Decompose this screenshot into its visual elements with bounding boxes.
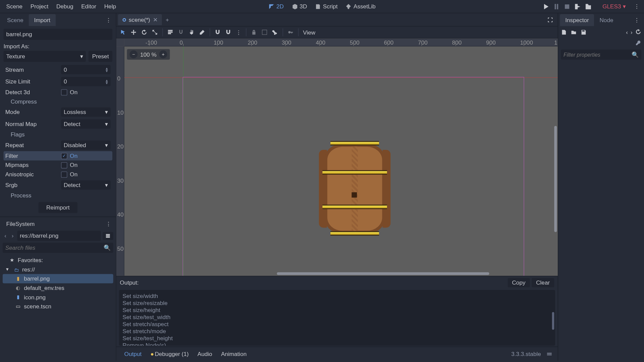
play-scene-button[interactable]: [574, 3, 581, 10]
workspace-2d-button[interactable]: 2D: [265, 1, 287, 11]
fs-path-input[interactable]: res://barrel.png: [17, 231, 101, 241]
prop-filter-checkbox[interactable]: ✓: [61, 153, 67, 159]
tab-node[interactable]: Node: [594, 14, 619, 26]
prop-sizelimit-value[interactable]: 0▴▾: [61, 77, 111, 86]
workspace-script-button[interactable]: Script: [311, 1, 341, 11]
fs-root[interactable]: ▾ 🗀 res://: [3, 265, 113, 274]
snap-options[interactable]: [225, 29, 231, 35]
canvas-viewport[interactable]: -100010020030040050060070080090010001100…: [116, 39, 558, 276]
list-select-tool[interactable]: [167, 29, 173, 35]
menu-project[interactable]: Project: [27, 1, 52, 12]
pan-tool[interactable]: [189, 29, 195, 35]
move-tool[interactable]: [130, 29, 137, 35]
fs-search-input[interactable]: [5, 244, 104, 251]
tab-import[interactable]: Import: [29, 14, 56, 26]
output-clear-button[interactable]: Clear: [532, 278, 554, 287]
inspector-options[interactable]: ⋮: [631, 15, 642, 25]
spin-arrows-icon[interactable]: ▴▾: [106, 67, 108, 72]
output-log[interactable]: Set size/width Set size/resizable Set si…: [119, 290, 555, 346]
menu-scene[interactable]: Scene: [3, 1, 26, 12]
collapse-icon[interactable]: ▾: [4, 266, 10, 272]
rotate-tool[interactable]: [141, 29, 147, 35]
tab-animation[interactable]: Animation: [217, 349, 251, 359]
spin-arrows-icon[interactable]: ▴▾: [106, 79, 108, 84]
fs-back-button[interactable]: ‹: [3, 231, 8, 241]
key-tool[interactable]: [287, 29, 293, 35]
canvas-area[interactable]: [124, 46, 558, 276]
prop-normalmap-dropdown[interactable]: Detect▾: [61, 119, 111, 129]
importer-dropdown[interactable]: Texture ▾: [4, 51, 86, 62]
reimport-button[interactable]: Reimport: [38, 202, 77, 213]
collapse-panel-button[interactable]: [544, 349, 554, 359]
prop-detect3d-checkbox[interactable]: [61, 89, 67, 95]
output-scrollbar[interactable]: [552, 312, 554, 330]
dock-options-button[interactable]: ⋮: [103, 15, 114, 25]
output-copy-button[interactable]: Copy: [507, 278, 530, 287]
history-forward-button[interactable]: ›: [631, 29, 633, 36]
tab-output[interactable]: Output: [120, 349, 146, 359]
fs-item-barrel[interactable]: ▮ barrel.png: [3, 274, 113, 284]
close-tab-button[interactable]: ✕: [153, 16, 158, 23]
object-properties-button[interactable]: [635, 40, 641, 46]
new-tab-button[interactable]: +: [162, 14, 172, 25]
prop-srgb-dropdown[interactable]: Detect▾: [61, 180, 111, 190]
load-resource-button[interactable]: [571, 29, 577, 35]
prop-repeat-dropdown[interactable]: Disabled▾: [61, 140, 111, 150]
ruler-corner: [116, 39, 124, 47]
workspace-assetlib-button[interactable]: AssetLib: [342, 1, 379, 11]
prop-anisotropic-checkbox[interactable]: [61, 171, 67, 177]
bone-tool[interactable]: [272, 29, 278, 35]
pause-button[interactable]: [553, 3, 560, 10]
history-back-button[interactable]: ‹: [626, 29, 628, 36]
view-menu[interactable]: View: [303, 29, 315, 36]
play-button[interactable]: [542, 3, 549, 10]
fs-search-field[interactable]: 🔍: [3, 243, 113, 253]
tab-inspector[interactable]: Inspector: [560, 14, 594, 26]
new-resource-button[interactable]: [561, 29, 567, 35]
editor-layout-menu[interactable]: ⋮: [632, 1, 641, 11]
lock-tool[interactable]: [251, 29, 257, 35]
tab-scene[interactable]: Scene: [2, 14, 29, 26]
prop-mipmaps-checkbox[interactable]: [61, 162, 67, 168]
prop-stream-value[interactable]: 0▴▾: [61, 65, 111, 74]
viewport-vscrollbar[interactable]: [554, 126, 557, 232]
scale-tool[interactable]: [152, 29, 158, 35]
zoom-in-button[interactable]: +: [159, 50, 167, 58]
fs-item-scene[interactable]: ▭ scene.tscn: [3, 302, 113, 311]
tab-audio[interactable]: Audio: [193, 349, 217, 359]
fs-item-env[interactable]: ◐ default_env.tres: [3, 283, 113, 293]
viewport-hscrollbar[interactable]: [277, 272, 489, 275]
history-menu-button[interactable]: [635, 29, 641, 36]
distraction-free-button[interactable]: [544, 15, 556, 24]
checkbox-state: On: [70, 171, 77, 178]
group-tool[interactable]: [261, 29, 267, 35]
play-custom-button[interactable]: [585, 3, 592, 10]
fs-item-icon[interactable]: ▮ icon.png: [3, 293, 113, 302]
fs-view-mode-button[interactable]: [103, 232, 113, 240]
ruler-tool[interactable]: [199, 29, 205, 35]
sprite-barrel[interactable]: [319, 139, 391, 238]
inspector-filter-input[interactable]: [564, 52, 632, 58]
zoom-out-button[interactable]: −: [129, 50, 138, 58]
tab-debugger[interactable]: ●Debugger (1): [146, 349, 193, 359]
snap-tool[interactable]: [178, 29, 184, 35]
filesystem-options[interactable]: ⋮: [103, 219, 114, 229]
renderer-selector[interactable]: GLES3 ▾: [600, 2, 629, 11]
save-resource-button[interactable]: [580, 29, 586, 35]
scene-tab[interactable]: scene(*) ✕: [118, 14, 162, 25]
prop-sizelimit-label: Size Limit: [5, 78, 61, 85]
prop-mode-dropdown[interactable]: Lossless▾: [61, 107, 111, 117]
snap-dropdown[interactable]: ⋮: [236, 29, 241, 36]
menu-editor[interactable]: Editor: [78, 1, 100, 12]
fs-forward-button[interactable]: ›: [10, 231, 15, 241]
select-tool[interactable]: [120, 29, 126, 35]
inspector-filter[interactable]: 🔍: [561, 50, 641, 60]
filesystem-tab[interactable]: FileSystem: [2, 218, 39, 230]
fs-favorites[interactable]: ★ Favorites:: [3, 255, 113, 265]
snap-toggle[interactable]: [215, 29, 221, 35]
preset-button[interactable]: Preset: [89, 51, 112, 62]
stop-button[interactable]: [564, 3, 571, 10]
workspace-3d-button[interactable]: 3D: [288, 1, 311, 11]
menu-help[interactable]: Help: [101, 1, 119, 12]
menu-debug[interactable]: Debug: [53, 1, 77, 12]
